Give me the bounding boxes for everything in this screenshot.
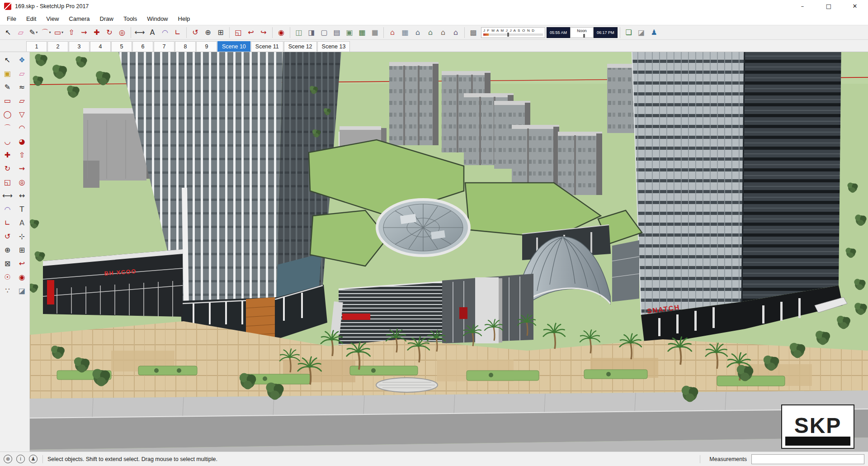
- previous-button[interactable]: ↩: [15, 257, 29, 270]
- menu-camera[interactable]: Camera: [64, 13, 94, 24]
- x-ray-button[interactable]: ◫: [293, 27, 305, 38]
- shaded-button[interactable]: ▣: [344, 27, 355, 38]
- scene-tab-4[interactable]: 4: [90, 41, 111, 52]
- tape-measure-button[interactable]: ⟷: [1, 190, 14, 202]
- view-iso-button[interactable]: ⌂: [387, 27, 398, 38]
- credits-icon[interactable]: i: [16, 455, 25, 463]
- scene-tab-scene-12[interactable]: Scene 12: [284, 41, 317, 52]
- pan-button[interactable]: ⊹: [15, 230, 29, 243]
- line-button[interactable]: ✎: [1, 81, 14, 94]
- add-location-button[interactable]: ❏: [623, 27, 635, 38]
- look-around-button[interactable]: ◉: [275, 27, 287, 38]
- position-camera-button[interactable]: ☉: [1, 271, 14, 284]
- make-component-button[interactable]: ❖: [15, 54, 29, 67]
- previous-view-button[interactable]: ↩: [245, 27, 257, 38]
- menu-edit[interactable]: Edit: [21, 13, 41, 24]
- zoom-button[interactable]: ⊕: [202, 27, 214, 38]
- follow-me-button[interactable]: ⇝: [15, 162, 29, 175]
- shapes-button[interactable]: ▭▾: [53, 27, 65, 38]
- circle-button[interactable]: ◯: [1, 108, 14, 121]
- scene-tab-scene-11[interactable]: Scene 11: [251, 41, 283, 52]
- axes-button[interactable]: ∟: [1, 217, 14, 229]
- push-pull-button[interactable]: ⇧: [66, 27, 77, 38]
- zoom-window-button[interactable]: ⊞: [215, 27, 226, 38]
- follow-me-button[interactable]: ⇝: [78, 27, 90, 38]
- rotate-button[interactable]: ↻: [1, 162, 14, 175]
- rotated-rectangle-button[interactable]: ▱: [15, 95, 29, 107]
- 3d-text-button[interactable]: A: [15, 217, 29, 229]
- arc-button[interactable]: ⌒▾: [40, 27, 52, 38]
- scene-tab-scene-10[interactable]: Scene 10: [217, 41, 250, 52]
- wireframe-button[interactable]: ▢: [318, 27, 330, 38]
- shaded-with-textures-button[interactable]: ▦: [356, 27, 368, 38]
- look-around-button[interactable]: ◉: [15, 271, 29, 284]
- label-button[interactable]: ◪: [636, 27, 647, 38]
- window-minimize-button[interactable]: –: [789, 0, 816, 12]
- protractor-button[interactable]: ◠: [1, 203, 14, 216]
- measurements-input[interactable]: [751, 454, 864, 464]
- scene-tab-1[interactable]: 1: [26, 41, 47, 52]
- paint-bucket-button[interactable]: ▣: [1, 67, 14, 80]
- dropdown-arrow-icon[interactable]: ▾: [49, 30, 51, 34]
- pie-button[interactable]: ◕: [15, 135, 29, 148]
- dimension-button[interactable]: ↔: [15, 190, 29, 202]
- offset-button[interactable]: ◎: [116, 27, 128, 38]
- menu-tools[interactable]: Tools: [118, 13, 142, 24]
- protractor-button[interactable]: ◠: [159, 27, 171, 38]
- dropdown-arrow-icon[interactable]: ▾: [61, 30, 63, 34]
- zoom-window-button[interactable]: ⊞: [15, 244, 29, 257]
- next-view-button[interactable]: ↪: [258, 27, 269, 38]
- scene-tab-5[interactable]: 5: [111, 41, 132, 52]
- scale-button[interactable]: ◱: [1, 176, 14, 189]
- eraser-button[interactable]: ▱: [15, 67, 29, 80]
- select-button[interactable]: ↖: [2, 27, 14, 38]
- menu-file[interactable]: File: [2, 13, 21, 24]
- scene-tab-3[interactable]: 3: [69, 41, 90, 52]
- select-button[interactable]: ↖: [1, 54, 14, 67]
- zoom-extents-button[interactable]: ◱: [232, 27, 244, 38]
- shadows-toggle-button[interactable]: ▩: [467, 27, 479, 38]
- scene-tab-8[interactable]: 8: [175, 41, 196, 52]
- view-front-button[interactable]: ⌂: [412, 27, 424, 38]
- walk-button[interactable]: ∵: [1, 285, 14, 297]
- move-button[interactable]: ✚: [1, 149, 14, 162]
- shadow-date-thumb[interactable]: [507, 33, 509, 37]
- view-right-button[interactable]: ⌂: [425, 27, 436, 38]
- geolocate-icon[interactable]: ⊕: [4, 455, 12, 463]
- window-close-button[interactable]: ✕: [842, 0, 868, 12]
- hidden-line-button[interactable]: ▤: [331, 27, 343, 38]
- shadow-time-thumb[interactable]: [583, 34, 585, 38]
- scene-tab-2[interactable]: 2: [47, 41, 68, 52]
- move-button[interactable]: ✚: [91, 27, 103, 38]
- offset-button[interactable]: ◎: [15, 176, 29, 189]
- scene-tab-7[interactable]: 7: [154, 41, 175, 52]
- scene-tab-6[interactable]: 6: [132, 41, 153, 52]
- line-button[interactable]: ✎▾: [28, 27, 39, 38]
- text-button[interactable]: A: [146, 27, 158, 38]
- push-pull-button[interactable]: ⇧: [15, 149, 29, 162]
- back-edges-button[interactable]: ◨: [306, 27, 317, 38]
- menu-help[interactable]: Help: [173, 13, 195, 24]
- share-model-button[interactable]: ♟: [648, 27, 660, 38]
- rotate-button[interactable]: ↻: [104, 27, 115, 38]
- scene-tab-9[interactable]: 9: [196, 41, 217, 52]
- zoom-extents-button[interactable]: ⊠: [1, 257, 14, 270]
- view-left-button[interactable]: ⌂: [450, 27, 462, 38]
- view-top-button[interactable]: ▦: [399, 27, 411, 38]
- viewport[interactable]: SNATCH: [30, 52, 868, 452]
- tape-measure-button[interactable]: ⟷: [134, 27, 146, 38]
- three-point-arc-button[interactable]: ◡: [1, 135, 14, 148]
- freehand-button[interactable]: ≈: [15, 81, 29, 94]
- monochrome-button[interactable]: ■: [369, 27, 381, 38]
- axes-button[interactable]: ∟: [172, 27, 184, 38]
- menu-draw[interactable]: Draw: [95, 13, 118, 24]
- two-point-arc-button[interactable]: ◠: [15, 122, 29, 134]
- zoom-button[interactable]: ⊕: [1, 244, 14, 257]
- viewport-3d-canvas[interactable]: SNATCH: [30, 52, 868, 452]
- shadow-time-slider[interactable]: Noon: [570, 27, 594, 38]
- section-plane-button[interactable]: ◪: [15, 285, 29, 297]
- rectangle-button[interactable]: ▭: [1, 95, 14, 107]
- text-button[interactable]: T: [15, 203, 29, 216]
- eraser-button[interactable]: ▱: [15, 27, 27, 38]
- menu-view[interactable]: View: [41, 13, 64, 24]
